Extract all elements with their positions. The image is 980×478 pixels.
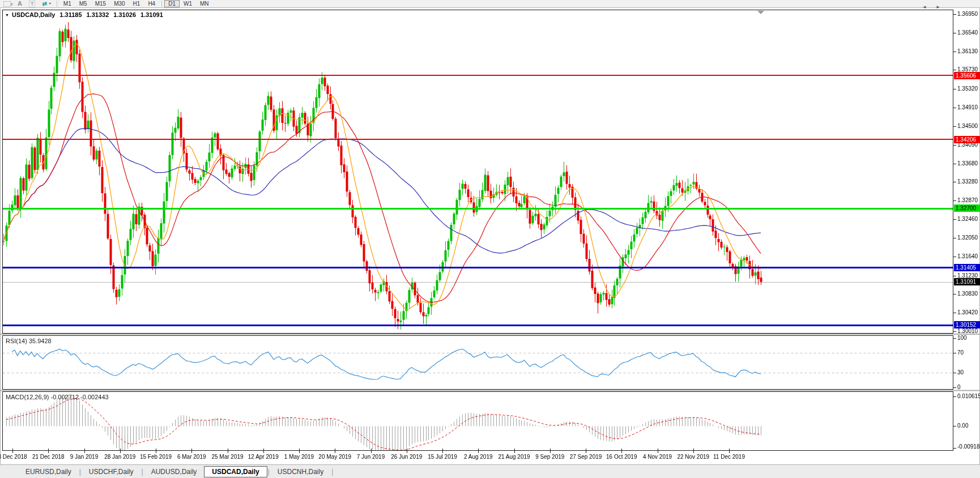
- rsi-axis-label: 30: [957, 369, 964, 376]
- date-label: 15 Feb 2019: [140, 454, 172, 460]
- close-value: 1.31091: [140, 11, 163, 18]
- symbol-period-label: USDCAD,Daily: [12, 11, 55, 18]
- date-label: 12 Apr 2019: [248, 454, 279, 460]
- price-tick-label: 1.32870: [957, 197, 978, 204]
- date-label: 28 Jan 2019: [104, 454, 135, 460]
- current-price-label: 1.31091: [954, 278, 980, 285]
- price-tick-label: 1.34910: [957, 104, 978, 111]
- date-label: 21 Dec 2018: [32, 454, 65, 460]
- hline-price-label: 1.30152: [954, 321, 980, 328]
- tab-separator: |: [142, 468, 143, 476]
- date-label: 15 Jul 2019: [428, 454, 457, 460]
- date-label: 16 Oct 2019: [606, 454, 637, 460]
- main-toolbar: F A T ⇄ ▾ M1M5M15M30H1H4D1W1MN: [0, 0, 980, 8]
- date-label: 9 Jan 2019: [70, 454, 99, 460]
- open-value: 1.31185: [59, 11, 82, 18]
- date-label: 1 May 2019: [284, 454, 314, 460]
- letter-t-icon: T: [29, 1, 36, 7]
- mt4-window: F A T ⇄ ▾ M1M5M15M30H1H4D1W1MN ▼USDCAD,D…: [0, 0, 980, 478]
- price-chart-canvas[interactable]: [0, 0, 980, 478]
- price-tick-label: 1.32460: [957, 216, 978, 223]
- tab-scroll-arrows: ◄ ►: [914, 5, 940, 10]
- price-tick-label: 1.31640: [957, 253, 978, 260]
- cycle-colors-button[interactable]: ⇄ ▾: [39, 0, 54, 7]
- date-label: 22 Nov 2019: [677, 454, 709, 460]
- grid-f-icon: F: [3, 1, 11, 7]
- tab-usdcad[interactable]: USDCAD,Daily: [204, 466, 267, 477]
- hline-price-label: 1.32700: [954, 204, 980, 212]
- tab-eurusd[interactable]: EURUSD,Daily: [18, 466, 79, 477]
- price-tick-label: 1.36540: [957, 29, 978, 36]
- date-label: 27 Sep 2019: [570, 454, 602, 460]
- timeframe-button-m30[interactable]: M30: [110, 0, 129, 7]
- date-label: 3 Dec 2018: [0, 454, 27, 460]
- timeframe-button-m1[interactable]: M1: [59, 0, 75, 7]
- timeframe-button-m5[interactable]: M5: [75, 0, 91, 7]
- tab-separator: |: [331, 468, 333, 476]
- macd-axis-label: 0.010615: [957, 393, 980, 400]
- date-label: 11 Dec 2019: [713, 454, 745, 460]
- price-tick-label: 1.35320: [957, 86, 978, 92]
- toolbar-separator: [57, 1, 57, 7]
- tab-separator: |: [79, 468, 81, 476]
- date-label: 2 Aug 2019: [464, 454, 493, 460]
- date-label: 7 Jun 2019: [357, 454, 385, 460]
- price-tick-label: 1.34500: [957, 123, 978, 130]
- letter-a-icon: A: [18, 0, 22, 7]
- chart-tab-bar: EURUSD,Daily|USDCHF,Daily|AUDUSD,DailyUS…: [0, 464, 980, 478]
- tab-usdchf[interactable]: USDCHF,Daily: [82, 466, 141, 477]
- text-label-a-button[interactable]: A: [14, 0, 25, 7]
- text-box-t-button[interactable]: T: [25, 0, 39, 7]
- price-tick-label: 1.30010: [957, 328, 978, 335]
- macd-axis-label: -0.009181: [957, 443, 980, 450]
- grid-period-button[interactable]: F: [0, 0, 14, 7]
- rsi-label: RSI(14) 35.9428: [6, 338, 52, 344]
- chart-tabs: EURUSD,Daily|USDCHF,Daily|AUDUSD,DailyUS…: [18, 466, 334, 477]
- rsi-axis-label: 100: [957, 335, 967, 342]
- dropdown-caret-icon: ▾: [49, 0, 51, 7]
- hline-price-label: 1.34206: [954, 136, 980, 143]
- date-label: 9 Sep 2019: [535, 454, 564, 460]
- price-tick-label: 1.30830: [957, 291, 978, 297]
- date-label: 4 Nov 2019: [643, 454, 672, 460]
- collapse-triangle-icon[interactable]: ▼: [5, 13, 9, 17]
- timeframe-button-group: M1M5M15M30H1H4D1W1MN: [54, 0, 213, 7]
- date-label: 6 Mar 2019: [177, 454, 206, 460]
- timeframe-button-mn[interactable]: MN: [196, 0, 213, 7]
- macd-axis-label: 0.00: [957, 422, 968, 429]
- price-tick-label: 1.33680: [957, 160, 978, 167]
- timeframe-button-d1[interactable]: D1: [164, 0, 180, 7]
- timeframe-button-h4[interactable]: H4: [144, 0, 159, 7]
- price-tick-label: 1.32050: [957, 234, 978, 241]
- date-label: 25 Mar 2019: [211, 454, 243, 460]
- timeframe-button-w1[interactable]: W1: [180, 0, 196, 7]
- price-tick-label: 1.36130: [957, 48, 978, 55]
- tab-scroll-left-icon[interactable]: ◄: [922, 5, 927, 10]
- timeframe-button-m15[interactable]: M15: [91, 0, 110, 7]
- tab-audusd[interactable]: AUDUSD,Daily: [144, 466, 204, 477]
- hline-price-label: 1.35606: [954, 72, 980, 79]
- date-label: 20 May 2019: [318, 454, 351, 460]
- macd-label: MACD(12,26,9) -0.002712 -0.002443: [6, 394, 109, 400]
- toolbar-separator: [161, 1, 162, 7]
- timeframe-button-h1[interactable]: H1: [129, 0, 144, 7]
- chart-title: ▼USDCAD,Daily1.311851.313321.310261.3109…: [5, 11, 163, 18]
- price-tick-label: 1.30420: [957, 309, 978, 316]
- date-label: 21 Aug 2019: [498, 454, 530, 460]
- swap-arrows-icon: ⇄: [42, 0, 46, 7]
- tab-scroll-right-icon[interactable]: ►: [936, 5, 940, 10]
- tab-separator: |: [268, 468, 270, 476]
- rsi-axis-label: 70: [957, 349, 964, 356]
- rsi-axis-label: 0: [957, 384, 961, 391]
- price-tick-label: 1.33280: [957, 178, 978, 185]
- low-value: 1.31026: [113, 11, 136, 18]
- tab-usdcnh[interactable]: USDCNH,Daily: [270, 466, 331, 477]
- date-label: 26 Jun 2019: [391, 454, 422, 460]
- high-value: 1.31332: [87, 11, 109, 18]
- price-tick-label: 1.36950: [957, 11, 978, 18]
- hline-price-label: 1.31405: [954, 264, 980, 271]
